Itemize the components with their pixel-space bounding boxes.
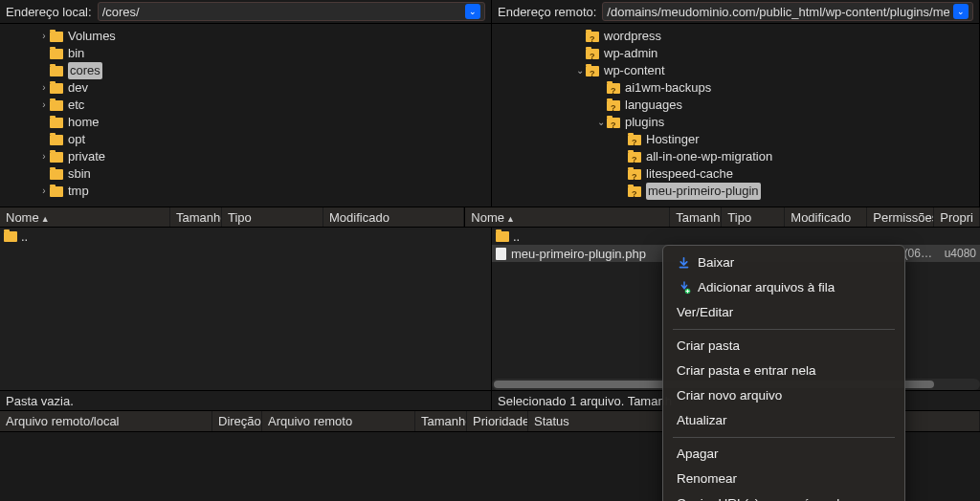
remote-address-input[interactable] <box>607 5 949 19</box>
chevron-right-icon[interactable]: › <box>38 148 50 165</box>
tree-node[interactable]: sbin <box>0 165 491 183</box>
tree-node[interactable]: meu-primeiro-plugin <box>492 183 979 200</box>
tree-node-label: dev <box>68 79 88 97</box>
tree-node[interactable]: ›Volumes <box>0 28 491 45</box>
tree-node-label: cores <box>68 62 102 79</box>
tree-node[interactable]: wordpress <box>492 28 979 45</box>
header-direction[interactable]: Direção <box>212 411 262 431</box>
tree-node[interactable]: ⌄plugins <box>492 114 979 131</box>
header-type[interactable]: Tipo <box>722 207 785 227</box>
menu-item-add-to-queue[interactable]: Adicionar arquivos à fila <box>663 275 904 300</box>
local-address-input[interactable] <box>102 5 461 19</box>
tree-node-label: etc <box>68 97 84 114</box>
tree-node-label: private <box>68 148 105 165</box>
header-size[interactable]: Tamanho <box>670 207 722 227</box>
chevron-right-icon[interactable]: › <box>38 97 50 114</box>
remote-address-dropdown-icon[interactable]: ⌄ <box>953 4 969 19</box>
folder-icon <box>628 152 641 163</box>
header-owner[interactable]: Propri <box>934 207 980 227</box>
local-address-bar: Endereço local: ⌄ <box>0 0 492 23</box>
file-name: .. <box>21 229 487 244</box>
file-row-parent[interactable]: .. <box>0 228 491 245</box>
remote-address-label: Endereço remoto: <box>498 5 596 19</box>
header-remotefile[interactable]: Arquivo remoto <box>262 411 415 431</box>
tree-node[interactable]: home <box>0 114 491 131</box>
download-icon <box>677 256 691 271</box>
header-priority[interactable]: Prioridade <box>467 411 528 431</box>
remote-directory-tree[interactable]: wordpresswp-admin⌄wp-contentai1wm-backup… <box>492 23 980 207</box>
file-icon <box>496 248 506 260</box>
tree-node[interactable]: opt <box>0 131 491 148</box>
chevron-down-icon[interactable]: ⌄ <box>574 62 586 79</box>
menu-item-refresh[interactable]: Atualizar <box>663 408 904 433</box>
folder-icon <box>50 152 63 163</box>
tree-node[interactable]: ›tmp <box>0 183 491 200</box>
remote-file-list-header: Nome▲ Tamanho Tipo Modificado Permissões… <box>465 207 980 227</box>
menu-item-copy-urls[interactable]: Copiar URL(s) para a área de transferênc… <box>663 491 904 501</box>
folder-icon <box>586 66 599 76</box>
tree-node-label: Hostinger <box>646 131 700 148</box>
tree-node[interactable]: ai1wm-backups <box>492 79 979 97</box>
header-name[interactable]: Nome▲ <box>0 207 170 227</box>
file-perms: (06… <box>904 247 945 260</box>
header-name[interactable]: Nome▲ <box>465 207 670 227</box>
remote-address-input-wrap[interactable]: ⌄ <box>602 2 973 21</box>
tree-node[interactable]: bin <box>0 45 491 62</box>
menu-item-create-file[interactable]: Criar novo arquivo <box>663 383 904 408</box>
local-directory-tree[interactable]: ›Volumesbincores›dev›etchomeopt›privates… <box>0 23 492 207</box>
tree-node-label: meu-primeiro-plugin <box>646 183 761 200</box>
menu-item-label: Adicionar arquivos à fila <box>698 279 835 296</box>
tree-node-label: opt <box>68 131 85 148</box>
local-file-list[interactable]: .. <box>0 228 492 390</box>
tree-node[interactable]: languages <box>492 97 979 114</box>
menu-item-create-dir[interactable]: Criar pasta <box>663 334 904 359</box>
folder-icon <box>50 135 63 145</box>
tree-node-label: bin <box>68 45 84 62</box>
folder-icon <box>628 169 641 180</box>
header-modified[interactable]: Modificado <box>785 207 867 227</box>
header-type[interactable]: Tipo <box>222 207 323 227</box>
chevron-down-icon[interactable]: ⌄ <box>595 114 607 131</box>
folder-icon <box>628 135 641 145</box>
folder-icon <box>496 231 509 242</box>
tree-node[interactable]: ›private <box>0 148 491 165</box>
header-permissions[interactable]: Permissões <box>867 207 934 227</box>
menu-item-label: Baixar <box>698 254 734 272</box>
header-size[interactable]: Tamanho <box>170 207 222 227</box>
tree-node[interactable]: ⌄wp-content <box>492 62 979 79</box>
menu-separator <box>673 329 895 330</box>
tree-node-label: sbin <box>68 165 91 183</box>
menu-item-view-edit[interactable]: Ver/Editar <box>663 300 904 325</box>
menu-item-rename[interactable]: Renomear <box>663 467 904 491</box>
tree-node-label: wp-content <box>604 62 665 79</box>
chevron-right-icon[interactable]: › <box>38 79 50 97</box>
tree-node[interactable]: ›etc <box>0 97 491 114</box>
header-serverlocal[interactable]: Arquivo remoto/local <box>0 411 212 431</box>
header-modified[interactable]: Modificado <box>323 207 464 227</box>
folder-icon <box>4 231 17 242</box>
local-address-dropdown-icon[interactable]: ⌄ <box>465 4 480 19</box>
folder-icon <box>628 186 641 197</box>
folder-icon <box>50 169 63 180</box>
tree-node-label: tmp <box>68 183 89 200</box>
local-address-label: Endereço local: <box>6 5 92 19</box>
header-size[interactable]: Tamanho <box>415 411 467 431</box>
tree-node-label: home <box>68 114 100 131</box>
folder-icon <box>607 118 620 128</box>
chevron-right-icon[interactable]: › <box>38 183 50 200</box>
menu-item-create-dir-enter[interactable]: Criar pasta e entrar nela <box>663 359 904 383</box>
tree-node[interactable]: all-in-one-wp-migration <box>492 148 979 165</box>
local-address-input-wrap[interactable]: ⌄ <box>98 2 485 21</box>
tree-node[interactable]: cores <box>0 62 491 79</box>
tree-node[interactable]: Hostinger <box>492 131 979 148</box>
menu-item-delete[interactable]: Apagar <box>663 442 904 467</box>
menu-separator <box>673 437 895 438</box>
tree-node[interactable]: wp-admin <box>492 45 979 62</box>
tree-node[interactable]: litespeed-cache <box>492 165 979 183</box>
file-name: .. <box>513 229 976 244</box>
chevron-right-icon[interactable]: › <box>38 28 50 45</box>
context-menu: Baixar Adicionar arquivos à fila Ver/Edi… <box>662 245 905 501</box>
tree-node[interactable]: ›dev <box>0 79 491 97</box>
file-row-parent[interactable]: .. <box>492 228 980 245</box>
menu-item-download[interactable]: Baixar <box>663 250 904 275</box>
